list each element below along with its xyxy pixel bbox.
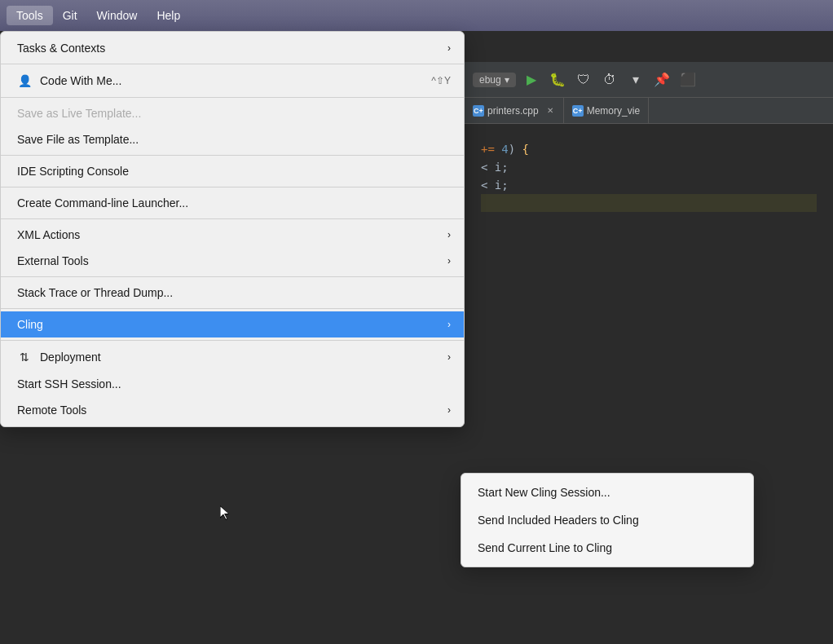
debug-dropdown[interactable]: ebug ▾ [473, 73, 516, 87]
toolbar: ebug ▾ ▶ 🐛 🛡 ⏱ ▾ 📌 ⬛ [465, 62, 833, 98]
divider-1 [1, 64, 464, 64]
tab-close-icon[interactable]: ✕ [545, 106, 555, 116]
menu-item-cling[interactable]: Cling › [1, 311, 464, 337]
arrow-icon-cling: › [447, 319, 451, 330]
menu-item-remote-tools[interactable]: Remote Tools › [1, 397, 464, 423]
tab-memory-view[interactable]: C+ Memory_vie [564, 98, 649, 123]
tab-printers-cpp[interactable]: C+ printers.cpp ✕ [465, 98, 564, 123]
dropdown-arrow-icon: ▾ [505, 74, 509, 86]
arrow-icon-xml: › [447, 229, 451, 240]
divider-6 [1, 276, 464, 277]
divider-4 [1, 187, 464, 187]
debug-label: ebug [479, 74, 501, 86]
menu-item-deployment[interactable]: ⇅ Deployment › [1, 343, 464, 371]
divider-2 [1, 97, 464, 98]
menu-item-label: Code With Me... [40, 74, 121, 87]
cpp-icon-2: C+ [572, 105, 584, 117]
coverage-button[interactable]: 🛡 [573, 69, 594, 90]
tabs-bar: C+ printers.cpp ✕ C+ Memory_vie [465, 98, 833, 124]
mouse-cursor [220, 505, 230, 522]
menu-item-start-ssh[interactable]: Start SSH Session... [1, 371, 464, 397]
menu-item-ide-scripting-console[interactable]: IDE Scripting Console [1, 158, 464, 184]
menu-item-label: Remote Tools [17, 404, 86, 417]
submenu-item-send-current-line[interactable]: Send Current Line to Cling [461, 534, 753, 562]
menu-item-tasks-contexts[interactable]: Tasks & Contexts › [1, 35, 464, 61]
menu-item-label: External Tools [17, 254, 89, 267]
stop-button[interactable]: ⬛ [677, 69, 699, 90]
menu-item-create-command-launcher[interactable]: Create Command-line Launcher... [1, 190, 464, 216]
profile-button[interactable]: ⏱ [599, 69, 620, 90]
git-menu[interactable]: Git [53, 6, 87, 25]
person-icon: 👤 [17, 73, 32, 88]
arrow-icon-remote: › [447, 404, 451, 416]
menu-item-save-file-template[interactable]: Save File as Template... [1, 126, 464, 152]
menu-item-external-tools[interactable]: External Tools › [1, 248, 464, 274]
run-button[interactable]: ▶ [521, 69, 542, 90]
menu-item-label: IDE Scripting Console [17, 165, 129, 178]
window-menu[interactable]: Window [87, 6, 148, 25]
menu-item-save-live-template: Save as Live Template... [1, 100, 464, 126]
menu-item-label: XML Actions [17, 228, 80, 241]
submenu-item-send-headers[interactable]: Send Included Headers to Cling [461, 506, 753, 534]
code-line-1: += 4) { [481, 140, 817, 158]
submenu-item-start-new-cling[interactable]: Start New Cling Session... [461, 479, 753, 506]
tools-dropdown-menu: Tasks & Contexts › 👤 Code With Me... ^⇧Y… [0, 31, 465, 427]
code-line-3: < i; [481, 176, 817, 194]
arrow-icon: › [447, 42, 451, 54]
deployment-icon: ⇅ [17, 350, 32, 364]
divider-7 [1, 308, 464, 309]
divider-8 [1, 340, 464, 341]
tab-label-2: Memory_vie [587, 105, 640, 117]
code-line-2: < i; [481, 158, 817, 176]
divider-3 [1, 155, 464, 156]
arrow-icon-deployment: › [447, 351, 451, 363]
menu-item-xml-actions[interactable]: XML Actions › [1, 222, 464, 248]
menu-item-label: Save File as Template... [17, 133, 139, 146]
arrow-icon-external: › [447, 255, 451, 267]
menu-item-label: Deployment [40, 351, 101, 364]
pin-button[interactable]: 📌 [651, 69, 672, 90]
menu-item-label: Save as Live Template... [17, 107, 141, 120]
divider-5 [1, 218, 464, 219]
more-actions-icon[interactable]: ▾ [625, 69, 646, 90]
highlight-line [481, 194, 817, 212]
menu-item-label: Start SSH Session... [17, 377, 121, 390]
menu-item-stack-trace[interactable]: Stack Trace or Thread Dump... [1, 280, 464, 306]
menu-item-label: Cling [17, 318, 43, 331]
menu-item-label: Tasks & Contexts [17, 42, 105, 55]
tools-menu[interactable]: Tools [7, 6, 53, 25]
menu-item-label: Stack Trace or Thread Dump... [17, 286, 173, 299]
menu-bar: Tools Git Window Help [0, 0, 833, 31]
menu-item-label: Create Command-line Launcher... [17, 196, 188, 210]
cpp-icon: C+ [473, 105, 484, 117]
help-menu[interactable]: Help [147, 6, 190, 25]
menu-item-code-with-me[interactable]: 👤 Code With Me... ^⇧Y [1, 67, 464, 95]
debug-button[interactable]: 🐛 [547, 69, 568, 90]
shortcut-label: ^⇧Y [431, 75, 451, 86]
tab-label: printers.cpp [487, 105, 539, 117]
cling-submenu: Start New Cling Session... Send Included… [461, 473, 754, 567]
